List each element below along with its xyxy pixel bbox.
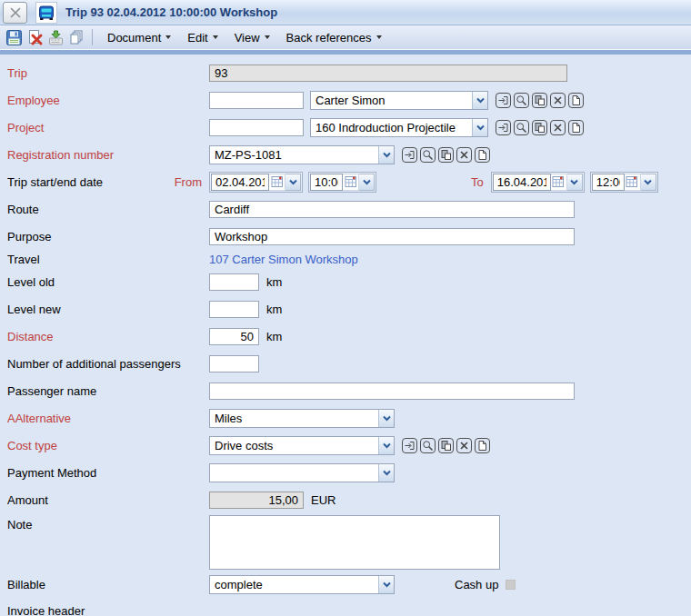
from-time-picker[interactable] xyxy=(308,172,376,193)
search-icon[interactable] xyxy=(420,147,436,163)
chevron-down-icon[interactable] xyxy=(378,464,394,482)
search-icon[interactable] xyxy=(420,438,436,453)
trip-label: Trip xyxy=(7,66,209,80)
payment-method-select[interactable] xyxy=(209,463,395,482)
goto-record-icon[interactable] xyxy=(402,147,417,163)
employee-select[interactable]: Carter Simon xyxy=(310,91,488,110)
copy-record-icon[interactable] xyxy=(532,120,547,135)
calendar-icon[interactable] xyxy=(343,174,359,191)
menu-view[interactable]: View xyxy=(226,27,278,48)
chevron-down-icon[interactable] xyxy=(472,92,487,109)
copy-record-icon[interactable] xyxy=(532,93,547,108)
menu-document[interactable]: Document xyxy=(99,27,179,48)
form-row-travel: Travel 107 Carter Simon Workshop xyxy=(0,250,691,268)
level-old-input[interactable] xyxy=(209,273,259,291)
form-row-passenger-name: Passenger name xyxy=(0,377,691,404)
registration-number-select-value: MZ-PS-1081 xyxy=(210,146,378,164)
copy-record-icon[interactable] xyxy=(438,438,454,453)
toolbar: Document Edit View Back references xyxy=(0,25,691,50)
to-time-input[interactable] xyxy=(592,174,625,191)
project-lookup-input[interactable] xyxy=(209,119,304,136)
chevron-down-icon[interactable] xyxy=(641,174,656,191)
from-date-picker[interactable] xyxy=(209,172,303,193)
purpose-input[interactable] xyxy=(209,228,575,245)
clear-icon[interactable] xyxy=(550,120,566,135)
chevron-down-icon[interactable] xyxy=(285,174,301,191)
from-date-input[interactable] xyxy=(211,174,269,191)
route-input[interactable] xyxy=(209,201,575,218)
chevron-down-icon[interactable] xyxy=(472,119,487,136)
level-old-unit: km xyxy=(266,275,282,289)
new-record-icon[interactable] xyxy=(568,120,584,135)
goto-record-icon[interactable] xyxy=(496,93,511,108)
calendar-icon[interactable] xyxy=(269,174,285,191)
chevron-down-icon[interactable] xyxy=(567,174,583,191)
search-icon[interactable] xyxy=(514,93,529,108)
project-select[interactable]: 160 Indroduction Projectile xyxy=(310,118,488,137)
note-textarea[interactable] xyxy=(209,515,500,570)
form-row-employee: Employee Carter Simon xyxy=(0,86,691,114)
travel-link[interactable]: 107 Carter Simon Workshop xyxy=(209,253,358,266)
alternative-select[interactable]: Miles xyxy=(209,409,395,428)
chevron-down-icon[interactable] xyxy=(378,146,394,164)
goto-record-icon[interactable] xyxy=(496,120,511,135)
form-row-trip-dates: Trip start/end date From To xyxy=(0,168,691,195)
check-in-icon[interactable] xyxy=(45,27,66,48)
chevron-down-icon xyxy=(213,35,218,39)
to-time-picker[interactable] xyxy=(590,172,658,193)
from-time-input[interactable] xyxy=(310,174,343,191)
distance-label: Distance xyxy=(7,330,209,343)
save-icon[interactable] xyxy=(4,27,25,48)
registration-number-select[interactable]: MZ-PS-1081 xyxy=(209,145,395,164)
cash-up-label: Cash up xyxy=(455,578,498,591)
form-row-amount: Amount EUR xyxy=(0,486,691,513)
chevron-down-icon[interactable] xyxy=(378,576,394,593)
delete-icon[interactable] xyxy=(25,27,45,48)
new-record-icon[interactable] xyxy=(475,438,490,453)
chevron-down-icon[interactable] xyxy=(359,174,375,191)
chevron-down-icon[interactable] xyxy=(378,437,394,454)
form-row-trip: Trip xyxy=(0,59,691,86)
close-icon[interactable] xyxy=(3,2,27,24)
search-icon[interactable] xyxy=(514,120,529,135)
level-new-input[interactable] xyxy=(209,301,259,318)
passenger-name-input[interactable] xyxy=(209,383,575,400)
menu-back-references[interactable]: Back references xyxy=(278,27,390,48)
to-date-input[interactable] xyxy=(493,174,551,191)
form-row-registration-number: Registration number MZ-PS-1081 xyxy=(0,141,691,168)
cash-up-checkbox[interactable] xyxy=(506,580,516,590)
calendar-icon[interactable] xyxy=(551,174,567,191)
clear-icon[interactable] xyxy=(456,147,472,163)
employee-lookup-input[interactable] xyxy=(209,92,304,109)
new-record-icon[interactable] xyxy=(475,147,490,163)
cost-type-label: Cost type xyxy=(7,439,209,452)
purpose-label: Purpose xyxy=(7,230,209,243)
trip-dates-label: Trip start/end date xyxy=(7,175,103,189)
copy-icon[interactable] xyxy=(66,27,87,48)
to-date-picker[interactable] xyxy=(491,172,585,193)
form-row-project: Project 160 Indroduction Projectile xyxy=(0,114,691,141)
menu-document-label: Document xyxy=(107,31,161,45)
amount-currency: EUR xyxy=(311,493,335,507)
copy-record-icon[interactable] xyxy=(438,147,454,163)
menu-edit[interactable]: Edit xyxy=(179,27,225,48)
billable-select-value: complete xyxy=(210,576,378,593)
billable-select[interactable]: complete xyxy=(209,575,395,594)
amount-label: Amount xyxy=(7,493,209,507)
new-record-icon[interactable] xyxy=(568,93,584,108)
registration-number-label: Registration number xyxy=(7,148,209,162)
goto-record-icon[interactable] xyxy=(402,438,417,453)
level-new-unit: km xyxy=(266,303,282,316)
clear-icon[interactable] xyxy=(550,93,566,108)
project-select-value: 160 Indroduction Projectile xyxy=(311,119,472,136)
chevron-down-icon[interactable] xyxy=(378,410,394,427)
cost-type-select[interactable]: Drive costs xyxy=(209,436,395,455)
calendar-icon[interactable] xyxy=(625,174,641,191)
clear-icon[interactable] xyxy=(456,438,472,453)
billable-label: Billable xyxy=(7,578,209,591)
cost-type-select-value: Drive costs xyxy=(210,437,378,454)
distance-input[interactable] xyxy=(209,328,259,345)
payment-method-label: Payment Method xyxy=(7,466,209,480)
form-row-route: Route xyxy=(0,195,691,223)
additional-passengers-input[interactable] xyxy=(209,355,259,373)
